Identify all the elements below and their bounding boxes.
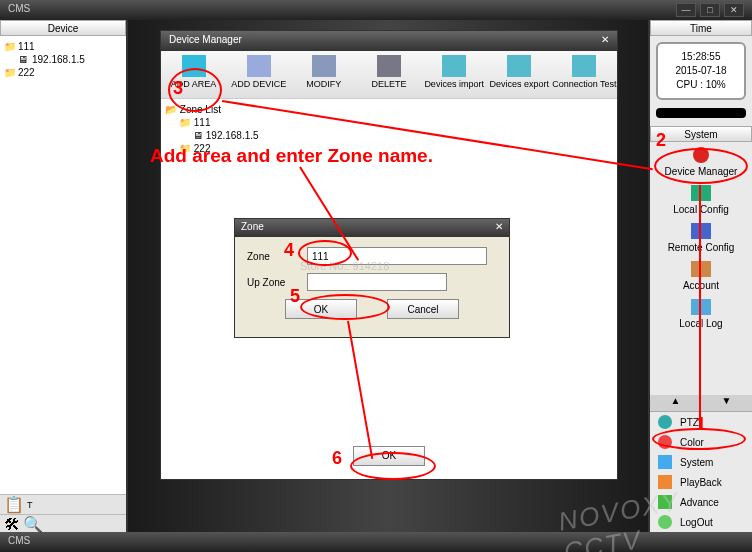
svg-rect-10: [691, 261, 711, 277]
dm-toolbar: ADD AREA ADD DEVICE MODIFY DELETE Device…: [161, 51, 617, 99]
system-icon: [656, 454, 674, 470]
devices-import-button[interactable]: Devices import: [422, 51, 487, 98]
tree-item[interactable]: 🖥192.168.1.5: [4, 53, 122, 66]
up-zone-label: Up Zone: [247, 277, 299, 288]
svg-rect-9: [691, 223, 711, 239]
devices-export-button[interactable]: Devices export: [487, 51, 552, 98]
date-text: 2015-07-18: [664, 64, 738, 78]
dvr-icon: 🖥: [18, 54, 30, 64]
root-icon: 📂: [165, 104, 177, 115]
left-bottom-tabs: 📋T 🛠🔍: [0, 494, 126, 532]
delete-button[interactable]: DELETE: [356, 51, 421, 98]
time-panel-header: Time: [650, 20, 752, 36]
device-panel-header: Device: [0, 20, 126, 36]
modify-button[interactable]: MODIFY: [291, 51, 356, 98]
svg-rect-1: [247, 55, 271, 77]
playback-icon: [656, 474, 674, 490]
conn-test-icon: [572, 55, 596, 77]
close-icon[interactable]: ✕: [495, 221, 503, 235]
svg-rect-14: [658, 455, 672, 469]
zone-cancel-button[interactable]: Cancel: [387, 299, 459, 319]
local-log-icon: [689, 297, 713, 317]
time-info-box: 15:28:55 2015-07-18 CPU : 10%: [656, 42, 746, 100]
svg-rect-6: [572, 55, 596, 77]
zone-ok-button[interactable]: OK: [285, 299, 357, 319]
tree-item[interactable]: 📁111: [4, 40, 122, 53]
device-tree[interactable]: 📁111 🖥192.168.1.5 📁222: [0, 36, 126, 494]
search-icon[interactable]: 🔍: [23, 515, 43, 534]
add-area-button[interactable]: ADD AREA: [161, 51, 226, 98]
status-bar: CMS: [0, 532, 752, 552]
svg-point-7: [693, 147, 709, 163]
maximize-button[interactable]: □: [700, 3, 720, 17]
up-arrow-icon: ▲: [650, 395, 701, 411]
add-area-icon: [182, 55, 206, 77]
export-icon: [507, 55, 531, 77]
svg-rect-15: [658, 475, 672, 489]
svg-rect-2: [312, 55, 336, 77]
svg-rect-3: [377, 55, 401, 77]
search-icon[interactable]: 🛠: [4, 516, 20, 534]
close-icon[interactable]: ✕: [601, 34, 609, 48]
svg-rect-16: [658, 495, 672, 509]
svg-rect-4: [442, 55, 466, 77]
local-log-button[interactable]: Local Log: [650, 294, 752, 332]
local-config-icon: [689, 183, 713, 203]
svg-rect-8: [691, 185, 711, 201]
remote-config-button[interactable]: Remote Config: [650, 218, 752, 256]
nav-advance[interactable]: Advance: [650, 492, 752, 512]
nav-scroll-arrows[interactable]: ▲▼: [650, 395, 752, 411]
advance-icon: [656, 494, 674, 510]
svg-point-17: [658, 515, 672, 529]
zone-name-input[interactable]: [307, 247, 487, 265]
system-panel-header: System: [650, 126, 752, 142]
tab-icon[interactable]: 📋: [4, 495, 24, 514]
dvr-icon: 🖥: [193, 130, 203, 141]
svg-rect-11: [691, 299, 711, 315]
device-manager-button[interactable]: Device Manager: [650, 142, 752, 180]
local-config-button[interactable]: Local Config: [650, 180, 752, 218]
modify-icon: [312, 55, 336, 77]
dialog-title-bar: Device Manager ✕: [161, 31, 617, 51]
up-zone-input[interactable]: [307, 273, 447, 291]
clock-text: 15:28:55: [664, 50, 738, 64]
connection-test-button[interactable]: Connection Test: [552, 51, 617, 98]
zone-icon: 📁: [4, 41, 16, 51]
zone-icon: 📁: [179, 143, 191, 154]
add-device-button[interactable]: ADD DEVICE: [226, 51, 291, 98]
dm-ok-button[interactable]: OK: [353, 446, 425, 466]
down-arrow-icon: ▼: [701, 395, 752, 411]
nav-system[interactable]: System: [650, 452, 752, 472]
tree-item[interactable]: 📁222: [4, 66, 122, 79]
zone-icon: 📁: [179, 117, 191, 128]
add-device-icon: [247, 55, 271, 77]
cpu-text: CPU : 10%: [664, 78, 738, 92]
svg-rect-0: [182, 55, 206, 77]
app-title: CMS: [8, 3, 30, 17]
nav-playback[interactable]: PlayBack: [650, 472, 752, 492]
nav-logout[interactable]: LogOut: [650, 512, 752, 532]
nav-ptz[interactable]: PTZ: [650, 412, 752, 432]
delete-icon: [377, 55, 401, 77]
svg-point-13: [658, 435, 672, 449]
color-icon: [656, 434, 674, 450]
cpu-bar: [656, 108, 746, 118]
svg-point-12: [658, 415, 672, 429]
svg-rect-5: [507, 55, 531, 77]
account-icon: [689, 259, 713, 279]
zone-dialog: Zone ✕ Zone Up Zone OK Cancel: [234, 218, 510, 338]
close-button[interactable]: ✕: [724, 3, 744, 17]
logout-icon: [656, 514, 674, 530]
device-manager-icon: [689, 145, 713, 165]
ptz-icon: [656, 414, 674, 430]
app-title-bar: CMS — □ ✕: [0, 0, 752, 20]
remote-config-icon: [689, 221, 713, 241]
account-button[interactable]: Account: [650, 256, 752, 294]
nav-color[interactable]: Color: [650, 432, 752, 452]
zone-field-label: Zone: [247, 251, 299, 262]
zone-title-bar: Zone ✕: [235, 219, 509, 237]
minimize-button[interactable]: —: [676, 3, 696, 17]
import-icon: [442, 55, 466, 77]
zone-icon: 📁: [4, 67, 16, 77]
